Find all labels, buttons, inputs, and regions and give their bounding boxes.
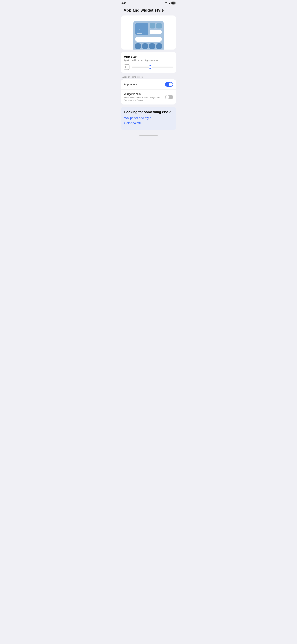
preview-square-2 (156, 23, 162, 28)
app-size-card: App size Applied to Home and Apps screen… (121, 52, 176, 73)
preview-bottom-apps (135, 43, 162, 50)
suggestions-card: Looking for something else? Wallpaper an… (121, 107, 176, 130)
app-labels-toggle[interactable] (165, 82, 173, 87)
app-preview-card: 23° (121, 16, 176, 50)
app-labels-knob (169, 82, 173, 86)
app-labels-row: App labels (121, 79, 176, 90)
preview-app-4 (156, 43, 162, 49)
weather-lines (137, 32, 146, 34)
app-size-subtitle: Applied to Home and Apps screens. (124, 59, 173, 62)
weather-line-1 (137, 32, 144, 32)
back-button[interactable]: ‹ (121, 9, 122, 12)
app-size-title: App size (124, 55, 173, 58)
wifi-icon (164, 2, 167, 4)
svg-rect-1 (169, 3, 169, 4)
bottom-handle (139, 136, 158, 136)
preview-weather-widget: 23° (135, 23, 148, 35)
preview-rect-widget (150, 30, 162, 34)
slider-icon (124, 64, 129, 70)
svg-rect-0 (168, 4, 168, 4)
widget-labels-knob (166, 95, 169, 99)
wallpaper-link[interactable]: Wallpaper and style (124, 116, 173, 120)
status-bar: 6:48 38 (118, 0, 179, 6)
app-labels-label: App labels (124, 83, 165, 86)
suggestions-title: Looking for something else? (124, 110, 173, 114)
slider-thumb[interactable] (149, 65, 152, 69)
widget-labels-text: Widget labels Show names under featured … (124, 92, 165, 102)
page-title: App and widget style (123, 8, 164, 13)
preview-wide-widget (135, 37, 162, 42)
app-labels-text: App labels (124, 83, 165, 86)
signal-icon (168, 2, 170, 4)
preview-app-3 (149, 43, 155, 49)
preview-small-widgets (150, 23, 162, 28)
status-time: 6:48 (121, 2, 126, 4)
bottom-bar (118, 134, 179, 139)
preview-app-1 (135, 43, 141, 49)
labels-section-label: Labels on Home screen (121, 75, 176, 78)
preview-top-row: 23° (135, 23, 162, 35)
widget-labels-desc: Show names under featured widgets from S… (124, 96, 165, 102)
status-icons: 38 (164, 2, 176, 4)
preview-square-1 (150, 23, 155, 28)
page-header: ‹ App and widget style (118, 6, 179, 16)
slider-fill (132, 66, 150, 68)
size-slider-row (124, 64, 173, 70)
labels-card: App labels Widget labels Show names unde… (121, 79, 176, 104)
widget-labels-label: Widget labels (124, 92, 165, 96)
battery-indicator: 38 (171, 2, 176, 4)
widget-labels-toggle[interactable] (165, 95, 173, 100)
weather-line-2 (137, 33, 142, 34)
slider-icon-inner (125, 66, 128, 68)
widget-labels-row: Widget labels Show names under featured … (121, 90, 176, 104)
phone-preview: 23° (133, 21, 164, 50)
preview-app-2 (142, 43, 148, 49)
slider-track (132, 66, 173, 68)
preview-right-widgets (150, 23, 162, 35)
size-slider[interactable] (132, 65, 173, 69)
svg-rect-2 (169, 3, 170, 4)
weather-temp: 23° (137, 28, 146, 31)
svg-rect-3 (170, 2, 170, 4)
color-palette-link[interactable]: Color palette (124, 121, 173, 125)
